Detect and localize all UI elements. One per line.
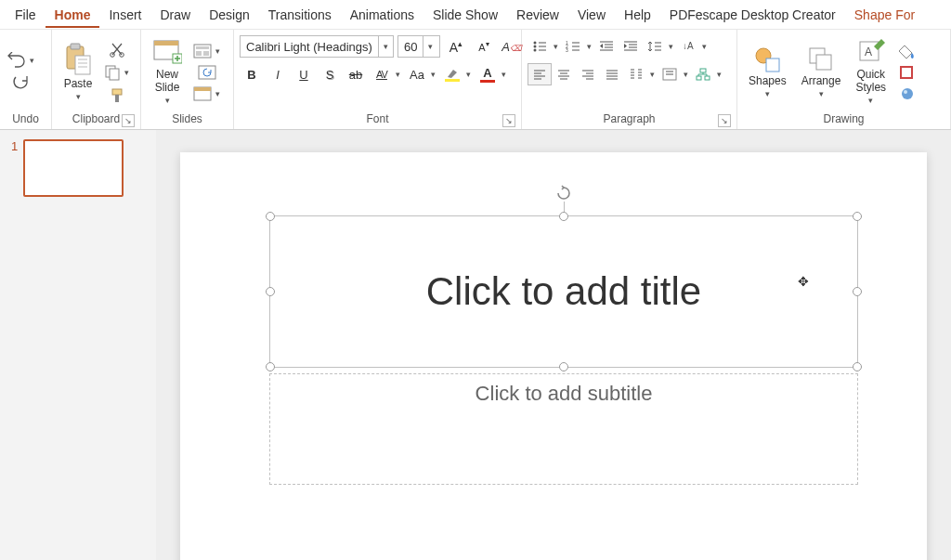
shape-effects-button[interactable] bbox=[897, 85, 918, 103]
font-name-dropdown[interactable]: ▾ bbox=[378, 36, 393, 57]
group-drawing-label: Drawing bbox=[743, 111, 944, 127]
resize-handle-bm[interactable] bbox=[559, 362, 568, 371]
paragraph-launcher[interactable]: ↘ bbox=[718, 114, 731, 127]
resize-handle-bl[interactable] bbox=[266, 362, 275, 371]
line-spacing-dropdown[interactable]: ▾ bbox=[669, 42, 676, 51]
bullets-dropdown[interactable]: ▾ bbox=[554, 42, 561, 51]
arrange-button[interactable]: Arrange▾ bbox=[796, 42, 847, 102]
paste-dropdown[interactable]: ▾ bbox=[76, 92, 81, 101]
title-placeholder-box[interactable]: Click to add title ✥ bbox=[269, 215, 858, 368]
menu-slideshow[interactable]: Slide Show bbox=[423, 2, 507, 28]
smartart-button[interactable] bbox=[691, 63, 715, 85]
menu-insert[interactable]: Insert bbox=[99, 2, 150, 28]
clear-formatting-button[interactable]: A⌫ bbox=[500, 35, 524, 58]
line-spacing-button[interactable] bbox=[643, 35, 667, 58]
svg-rect-18 bbox=[196, 46, 209, 49]
shape-outline-button[interactable] bbox=[897, 63, 918, 82]
menu-file[interactable]: File bbox=[6, 2, 46, 28]
resize-handle-br[interactable] bbox=[853, 362, 862, 371]
menu-home[interactable]: Home bbox=[46, 2, 100, 28]
numbering-dropdown[interactable]: ▾ bbox=[587, 42, 594, 51]
align-text-button[interactable] bbox=[658, 63, 682, 85]
menu-design[interactable]: Design bbox=[200, 2, 259, 28]
increase-indent-button[interactable] bbox=[619, 35, 643, 58]
numbering-button[interactable]: 123 bbox=[561, 35, 585, 58]
menu-view[interactable]: View bbox=[568, 2, 615, 28]
change-case-dropdown[interactable]: ▾ bbox=[431, 70, 438, 79]
font-color-button[interactable]: A bbox=[476, 63, 500, 85]
align-center-button[interactable] bbox=[552, 63, 576, 85]
layout-button[interactable] bbox=[191, 42, 214, 60]
font-launcher[interactable]: ↘ bbox=[502, 114, 515, 127]
char-spacing-button[interactable]: AV bbox=[370, 63, 394, 85]
slide-thumbnail[interactable]: 1 bbox=[11, 139, 145, 197]
font-name-combo[interactable]: Calibri Light (Headings) ▾ bbox=[240, 35, 394, 58]
copy-dropdown[interactable]: ▾ bbox=[124, 68, 132, 77]
font-size-dropdown[interactable]: ▾ bbox=[423, 36, 437, 57]
section-dropdown[interactable]: ▾ bbox=[215, 89, 223, 98]
section-button[interactable] bbox=[191, 85, 214, 103]
bullets-button[interactable] bbox=[528, 35, 552, 58]
font-size-combo[interactable]: 60 ▾ bbox=[397, 35, 440, 58]
italic-button[interactable]: I bbox=[266, 63, 290, 85]
align-right-button[interactable] bbox=[576, 63, 600, 85]
columns-icon bbox=[629, 68, 644, 81]
quick-styles-button[interactable]: A Quick Styles▾ bbox=[850, 35, 892, 108]
highlight-dropdown[interactable]: ▾ bbox=[466, 70, 474, 79]
decrease-indent-button[interactable] bbox=[594, 35, 619, 58]
resize-handle-tr[interactable] bbox=[853, 212, 862, 221]
reset-button[interactable] bbox=[191, 63, 223, 82]
decrease-font-button[interactable]: A▾ bbox=[472, 35, 496, 58]
shadow-button[interactable]: S bbox=[318, 63, 342, 85]
columns-dropdown[interactable]: ▾ bbox=[650, 70, 658, 79]
subtitle-placeholder-box[interactable]: Click to add subtitle bbox=[269, 373, 858, 485]
menu-animations[interactable]: Animations bbox=[341, 2, 423, 28]
shapes-button[interactable]: Shapes▾ bbox=[743, 42, 792, 102]
change-case-button[interactable]: Aa bbox=[405, 63, 429, 85]
svg-rect-1 bbox=[71, 44, 80, 49]
smartart-dropdown[interactable]: ▾ bbox=[717, 70, 724, 79]
resize-handle-tm[interactable] bbox=[559, 212, 568, 221]
group-font-label: Font ↘ bbox=[240, 111, 515, 127]
increase-font-button[interactable]: A▴ bbox=[444, 35, 468, 58]
align-justify-button[interactable] bbox=[600, 63, 624, 85]
menu-review[interactable]: Review bbox=[507, 2, 568, 28]
rotation-handle[interactable] bbox=[555, 185, 572, 202]
slide-canvas[interactable]: Click to add title ✥ Click to add subtit… bbox=[180, 152, 927, 560]
svg-text:3: 3 bbox=[566, 47, 568, 53]
text-direction-dropdown[interactable]: ▾ bbox=[702, 42, 710, 51]
menu-pdfescape[interactable]: PDFescape Desktop Creator bbox=[660, 2, 845, 28]
align-text-dropdown[interactable]: ▾ bbox=[684, 70, 691, 79]
menu-help[interactable]: Help bbox=[615, 2, 660, 28]
strike-button[interactable]: ab bbox=[344, 63, 368, 85]
layout-dropdown[interactable]: ▾ bbox=[215, 46, 223, 56]
resize-handle-tl[interactable] bbox=[266, 212, 275, 221]
new-slide-dropdown[interactable]: ▾ bbox=[165, 96, 170, 105]
resize-handle-mr[interactable] bbox=[853, 287, 862, 296]
menu-shape-format[interactable]: Shape For bbox=[845, 2, 924, 28]
new-slide-button[interactable]: New Slide ▾ bbox=[147, 35, 188, 108]
shape-fill-button[interactable] bbox=[897, 42, 918, 60]
columns-button[interactable] bbox=[624, 63, 648, 85]
format-painter-button[interactable] bbox=[102, 85, 132, 106]
align-center-icon bbox=[557, 69, 570, 80]
paste-button[interactable]: Paste ▾ bbox=[58, 39, 98, 105]
highlight-button[interactable] bbox=[440, 63, 464, 85]
menu-transitions[interactable]: Transitions bbox=[259, 2, 341, 28]
undo-dropdown[interactable]: ▾ bbox=[30, 56, 37, 65]
line-spacing-icon bbox=[647, 40, 662, 53]
bold-button[interactable]: B bbox=[240, 63, 264, 85]
align-left-button[interactable] bbox=[528, 63, 552, 85]
resize-handle-ml[interactable] bbox=[266, 287, 275, 296]
undo-button[interactable] bbox=[6, 50, 28, 71]
move-cursor-icon: ✥ bbox=[798, 274, 809, 289]
char-spacing-dropdown[interactable]: ▾ bbox=[396, 70, 403, 79]
menu-draw[interactable]: Draw bbox=[150, 2, 200, 28]
clipboard-launcher[interactable]: ↘ bbox=[122, 114, 135, 127]
redo-button[interactable] bbox=[6, 73, 37, 94]
font-color-dropdown[interactable]: ▾ bbox=[502, 70, 509, 79]
cut-button[interactable] bbox=[102, 39, 132, 59]
copy-button[interactable] bbox=[102, 62, 123, 83]
underline-button[interactable]: U bbox=[292, 63, 316, 85]
text-direction-button[interactable]: ↓A bbox=[676, 35, 700, 58]
